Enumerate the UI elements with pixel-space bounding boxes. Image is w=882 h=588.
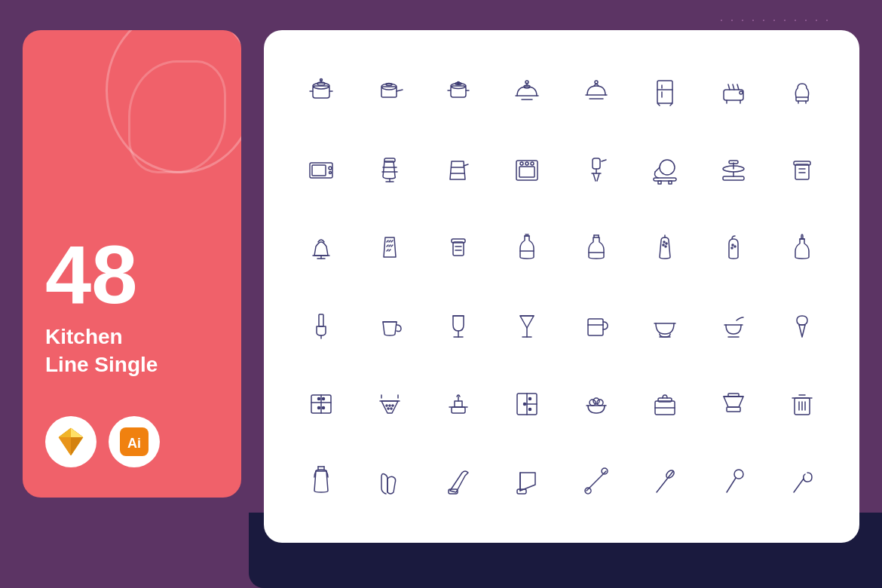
icon-measuring-cup [424, 130, 493, 208]
svg-rect-97 [452, 239, 465, 243]
icon-jar [424, 209, 493, 286]
svg-rect-75 [658, 181, 661, 184]
svg-point-140 [386, 405, 387, 406]
svg-point-19 [386, 83, 392, 85]
icon-spoon [700, 443, 768, 520]
svg-point-144 [390, 408, 392, 409]
icon-serving-dome [562, 53, 630, 130]
icons-card [264, 30, 859, 543]
svg-rect-47 [796, 97, 808, 101]
svg-point-53 [329, 171, 331, 173]
icon-bowl-large [630, 286, 699, 364]
ai-badge: Ai [109, 416, 160, 467]
svg-line-91 [387, 245, 388, 247]
svg-point-108 [666, 243, 667, 244]
sketch-badge [45, 416, 96, 467]
svg-rect-147 [452, 407, 465, 413]
circle-decoration-2 [128, 60, 226, 173]
svg-point-159 [597, 400, 603, 406]
svg-rect-116 [319, 314, 323, 326]
icon-cloche [493, 53, 562, 130]
svg-rect-76 [669, 181, 672, 184]
sketch-icon [54, 425, 87, 458]
icon-cleaver [493, 443, 562, 520]
icon-ice-cream [768, 286, 837, 364]
svg-rect-34 [657, 81, 672, 103]
svg-point-143 [387, 408, 389, 409]
svg-rect-54 [384, 158, 395, 162]
svg-point-141 [389, 405, 390, 406]
svg-point-136 [322, 397, 324, 400]
svg-line-183 [657, 471, 673, 492]
svg-line-42 [733, 84, 734, 90]
svg-point-113 [734, 246, 736, 247]
left-panel: 48 Kitchen Line Single Ai [23, 30, 241, 498]
icon-rolling-pin [562, 443, 630, 520]
svg-point-112 [732, 244, 733, 246]
svg-point-46 [740, 91, 743, 94]
icon-pot-small [424, 53, 493, 130]
svg-rect-164 [727, 407, 740, 412]
icon-blender [355, 130, 424, 208]
icon-oven [493, 130, 562, 208]
icon-apron [286, 443, 355, 520]
svg-point-52 [329, 167, 332, 170]
svg-line-41 [728, 84, 730, 90]
icon-refrigerator [630, 53, 699, 130]
icon-strainer [355, 364, 424, 442]
icon-range-hood [700, 364, 768, 442]
svg-rect-166 [728, 394, 739, 397]
svg-line-93 [391, 245, 393, 247]
icon-beer-mug [562, 286, 630, 364]
svg-point-25 [458, 81, 460, 84]
svg-point-158 [590, 400, 596, 406]
svg-point-65 [531, 162, 534, 165]
icon-bottle [493, 209, 562, 286]
svg-line-88 [387, 240, 388, 242]
svg-rect-74 [654, 178, 676, 181]
svg-point-142 [392, 405, 394, 406]
svg-point-30 [525, 81, 528, 84]
svg-rect-81 [795, 164, 809, 179]
icon-microwave [286, 130, 355, 208]
svg-rect-125 [588, 319, 603, 335]
icon-ladle [768, 443, 837, 520]
svg-rect-148 [455, 401, 462, 407]
svg-line-71 [602, 160, 606, 161]
svg-point-110 [665, 246, 666, 247]
icon-pepper-shaker [700, 209, 768, 286]
icon-trash-bin [768, 364, 837, 442]
svg-line-18 [397, 90, 403, 91]
svg-rect-96 [453, 242, 464, 256]
icon-food-container [768, 130, 837, 208]
icon-grater [355, 209, 424, 286]
icon-count-number: 48 [45, 233, 137, 316]
icon-cabinet [493, 364, 562, 442]
svg-point-185 [734, 470, 743, 479]
svg-rect-182 [600, 467, 608, 476]
icon-cup [355, 286, 424, 364]
icon-salt-shaker [630, 209, 699, 286]
svg-point-154 [524, 403, 526, 405]
icon-juicer [286, 209, 355, 286]
svg-point-135 [317, 397, 320, 400]
icon-condiment-bottle [768, 209, 837, 286]
icon-mortar-pestle [700, 286, 768, 364]
icon-spatula-small [630, 443, 699, 520]
svg-point-63 [520, 162, 523, 165]
icon-chef-hat [768, 53, 837, 130]
svg-line-186 [727, 478, 736, 492]
svg-rect-181 [583, 487, 592, 495]
pack-title: Kitchen Line Single [45, 323, 158, 378]
icons-grid [286, 53, 837, 520]
svg-line-69 [597, 173, 599, 181]
icon-wine-glass [424, 286, 493, 364]
svg-line-95 [389, 250, 390, 251]
icon-knife [424, 443, 493, 520]
svg-point-156 [529, 408, 531, 410]
svg-point-160 [593, 398, 599, 404]
svg-point-64 [525, 162, 528, 165]
svg-line-94 [387, 250, 388, 251]
icon-sauce-bottle [562, 209, 630, 286]
icon-cocktail-glass [493, 286, 562, 364]
